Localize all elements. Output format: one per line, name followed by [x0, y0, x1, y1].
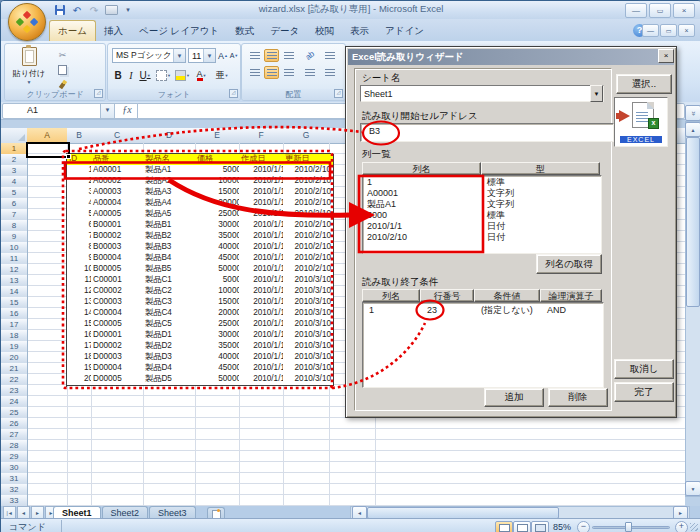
normal-view-button[interactable]	[495, 521, 513, 532]
sheet-name-select[interactable]: Sheet1 ▼	[360, 85, 604, 102]
status-bar: コマンド 85% − +	[1, 518, 700, 532]
cell[interactable]: 製品D5	[143, 374, 200, 386]
insert-sheet-star	[217, 509, 220, 512]
resize-grip[interactable]	[690, 523, 698, 531]
sheet-tab-bar: |◄ ◄ ► ►| Sheet1Sheet2Sheet3 ◄ ►	[1, 506, 700, 518]
end-header-2[interactable]: 条件値	[474, 289, 540, 302]
column-name-value: 製品A1	[363, 199, 483, 210]
column-list-row[interactable]: 1標準	[363, 177, 601, 188]
finish-button[interactable]: 完了	[614, 382, 674, 402]
zoom-slider-thumb[interactable]	[625, 522, 632, 532]
column-type-value: 標準	[483, 210, 597, 221]
combo-dropdown-icon: ▼	[590, 85, 603, 102]
import-arrow-icon	[619, 110, 630, 122]
column-header-F[interactable]: F	[239, 128, 284, 144]
dialog-title: Excel読み取りウィザード	[352, 51, 464, 62]
end-condition-cell: (指定しない)	[475, 305, 541, 316]
status-mode: コマンド	[9, 521, 46, 532]
column-header-E[interactable]: E	[195, 128, 240, 144]
first-sheet-icon: |◄	[6, 510, 12, 516]
column-list-row[interactable]: A00001文字列	[363, 188, 601, 199]
select-all-button[interactable]	[1, 128, 28, 144]
insert-sheet-tab[interactable]	[207, 507, 225, 518]
column-list-row[interactable]: 製品A1文字列	[363, 199, 601, 210]
zoom-out-icon: −	[581, 521, 586, 531]
zoom-out-button[interactable]: −	[577, 521, 590, 532]
status-separator	[61, 520, 62, 532]
vertical-scroll-thumb[interactable]	[686, 137, 700, 307]
column-type-value: 標準	[483, 177, 597, 188]
list-header-0[interactable]: 列名	[362, 162, 481, 175]
excel-logo-icon: x	[648, 118, 659, 129]
dialog-titlebar[interactable]: Excel読み取りウィザード	[348, 49, 674, 65]
cell[interactable]: 2010/3/10	[283, 374, 334, 386]
dialog-close-icon: ×	[664, 51, 669, 60]
column-type-value: 日付	[483, 221, 597, 232]
column-type-value: 日付	[483, 232, 597, 243]
column-list-row[interactable]: 2010/2/10日付	[363, 232, 601, 243]
column-header-B[interactable]: B	[67, 128, 92, 144]
scroll-down-icon: ▼	[691, 486, 696, 492]
scroll-up-button[interactable]: ▲	[685, 122, 700, 137]
page-break-view-button[interactable]	[531, 521, 549, 532]
excel-read-wizard-dialog: Excel読み取りウィザード × シート名 Sheet1 ▼ 読み取り開始セルア…	[345, 46, 677, 418]
column-list-row[interactable]: 5000標準	[363, 210, 601, 221]
select-button[interactable]: 選択..	[616, 74, 672, 94]
start-cell-label: 読み取り開始セルアドレス	[362, 110, 478, 123]
column-header-C[interactable]: C	[91, 128, 144, 144]
cell[interactable]: 2010/1/1	[239, 374, 288, 386]
end-condition-row[interactable]: 123(指定しない)AND	[363, 305, 603, 316]
page-break-view-icon	[535, 524, 546, 532]
scroll-down-button[interactable]: ▼	[685, 481, 700, 496]
column-name-value: 2010/2/10	[363, 232, 483, 243]
prev-sheet-icon: ◄	[21, 510, 26, 516]
column-name-value: 1	[363, 177, 483, 188]
formula-bar-expand-button[interactable]: »	[685, 105, 700, 121]
active-cell-selection	[26, 142, 70, 158]
column-header-D[interactable]: D	[143, 128, 196, 144]
page-layout-view-button[interactable]	[513, 521, 531, 532]
scroll-right-icon: ►	[678, 510, 683, 516]
end-condition-list[interactable]: 123(指定しない)AND	[362, 302, 604, 388]
delete-button[interactable]: 削除	[548, 388, 608, 407]
zoom-in-button[interactable]: +	[675, 521, 688, 532]
end-header-3[interactable]: 論理演算子	[540, 289, 602, 302]
cell[interactable]: D00005	[91, 374, 148, 386]
data-table: ID品番製品名価格作成日更新日1A00001製品A150002010/1/120…	[66, 153, 331, 387]
cancel-button[interactable]: 取消し	[614, 359, 674, 379]
list-header-1[interactable]: 型	[481, 162, 600, 175]
office-logo-icon	[16, 11, 39, 34]
start-cell-input[interactable]: B3	[360, 123, 614, 142]
sheet-name-label: シート名	[362, 72, 400, 85]
end-condition-label: 読み取り終了条件	[362, 276, 438, 289]
column-list-header: 列名型	[362, 162, 600, 175]
excel-file-icon[interactable]: x EXCEL	[614, 97, 668, 147]
scroll-up-icon: ▲	[691, 127, 696, 133]
column-name-value: 5000	[363, 210, 483, 221]
end-condition-cell: AND	[541, 305, 603, 316]
end-header-0[interactable]: 列名	[362, 289, 420, 302]
scroll-left-icon: ◄	[357, 510, 362, 516]
get-column-names-button[interactable]: 列名の取得	[536, 254, 602, 274]
cell[interactable]: 50000	[195, 374, 244, 386]
column-name-value: 2010/1/1	[363, 221, 483, 232]
column-header-G[interactable]: G	[283, 128, 330, 144]
excel-icon-label: EXCEL	[620, 136, 662, 143]
end-header-1[interactable]: 行番号	[420, 289, 474, 302]
end-condition-header: 列名行番号条件値論理演算子	[362, 289, 602, 302]
column-list-row[interactable]: 2010/1/1日付	[363, 221, 601, 232]
end-condition-cell: 23	[421, 305, 475, 316]
office-button[interactable]	[8, 3, 46, 41]
column-list[interactable]: 1標準A00001文字列製品A1文字列5000標準2010/1/1日付2010/…	[362, 175, 602, 254]
column-list-label: 列一覧	[362, 148, 391, 161]
normal-view-icon	[499, 524, 510, 532]
sheet-name-value: Sheet1	[361, 89, 590, 99]
column-type-value: 文字列	[483, 188, 597, 199]
zoom-level[interactable]: 85%	[553, 522, 571, 532]
formula-expand-icon: »	[688, 111, 697, 115]
zoom-in-icon: +	[679, 521, 684, 531]
column-name-value: A00001	[363, 188, 483, 199]
dialog-close-button[interactable]: ×	[658, 49, 674, 63]
add-button[interactable]: 追加	[484, 388, 544, 407]
column-type-value: 文字列	[483, 199, 597, 210]
